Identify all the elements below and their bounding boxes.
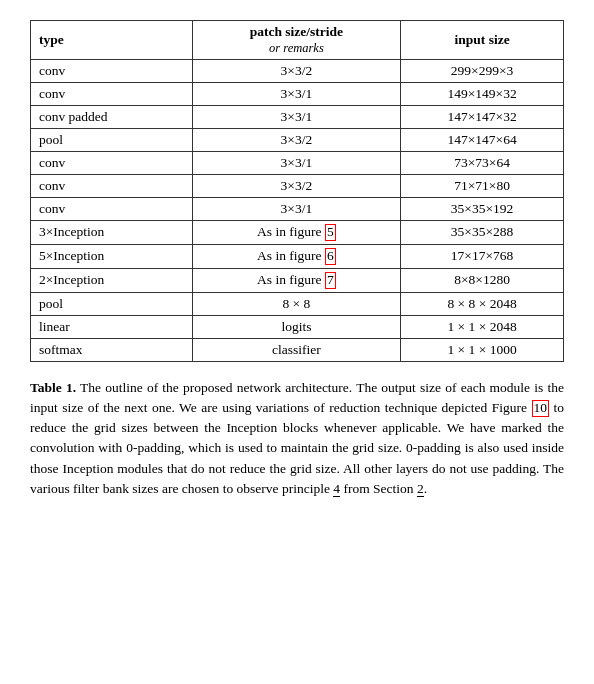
caption-text1: The outline of the proposed network arch… xyxy=(30,380,564,415)
cell-patch: 3×3/1 xyxy=(192,83,400,106)
patch-header-main: patch size/stride xyxy=(250,24,343,39)
cell-input: 35×35×288 xyxy=(401,221,564,245)
cell-patch: As in figure 6 xyxy=(192,244,400,268)
cell-patch: 3×3/2 xyxy=(192,60,400,83)
patch-header-sub: or remarks xyxy=(269,41,324,55)
col-header-type: type xyxy=(31,21,193,60)
figure-ref: 7 xyxy=(325,272,336,289)
cell-patch: As in figure 7 xyxy=(192,268,400,292)
cell-input: 299×299×3 xyxy=(401,60,564,83)
figure-ref: 5 xyxy=(325,224,336,241)
caption-text3: from Section xyxy=(340,481,417,496)
cell-input: 149×149×32 xyxy=(401,83,564,106)
cell-type: conv xyxy=(31,175,193,198)
table-row: 3×InceptionAs in figure 535×35×288 xyxy=(31,221,564,245)
cell-type: pool xyxy=(31,129,193,152)
caption-ref-10: 10 xyxy=(532,400,550,417)
cell-type: 2×Inception xyxy=(31,268,193,292)
cell-patch: As in figure 5 xyxy=(192,221,400,245)
table-row: pool3×3/2147×147×64 xyxy=(31,129,564,152)
cell-type: softmax xyxy=(31,338,193,361)
cell-input: 73×73×64 xyxy=(401,152,564,175)
cell-type: linear xyxy=(31,315,193,338)
cell-type: conv xyxy=(31,60,193,83)
caption-title: Table 1. xyxy=(30,380,76,395)
cell-patch: 3×3/1 xyxy=(192,198,400,221)
cell-type: conv xyxy=(31,198,193,221)
table-caption: Table 1. The outline of the proposed net… xyxy=(30,378,564,500)
cell-input: 8×8×1280 xyxy=(401,268,564,292)
table-row: 5×InceptionAs in figure 617×17×768 xyxy=(31,244,564,268)
cell-type: conv xyxy=(31,83,193,106)
cell-type: 5×Inception xyxy=(31,244,193,268)
cell-type: conv padded xyxy=(31,106,193,129)
cell-input: 17×17×768 xyxy=(401,244,564,268)
cell-patch: 3×3/2 xyxy=(192,129,400,152)
table-row: 2×InceptionAs in figure 78×8×1280 xyxy=(31,268,564,292)
caption-ref-2: 2 xyxy=(417,481,424,497)
cell-input: 35×35×192 xyxy=(401,198,564,221)
cell-type: conv xyxy=(31,152,193,175)
architecture-table: type patch size/stride or remarks input … xyxy=(30,20,564,362)
table-row: conv3×3/2299×299×3 xyxy=(31,60,564,83)
table-row: conv3×3/271×71×80 xyxy=(31,175,564,198)
table-row: linearlogits1 × 1 × 2048 xyxy=(31,315,564,338)
caption-text4: . xyxy=(424,481,427,496)
table-row: conv padded3×3/1147×147×32 xyxy=(31,106,564,129)
cell-type: pool xyxy=(31,292,193,315)
cell-input: 1 × 1 × 1000 xyxy=(401,338,564,361)
table-row: conv3×3/173×73×64 xyxy=(31,152,564,175)
cell-patch: 3×3/2 xyxy=(192,175,400,198)
col-header-input: input size xyxy=(401,21,564,60)
cell-input: 147×147×64 xyxy=(401,129,564,152)
table-row: softmaxclassifier1 × 1 × 1000 xyxy=(31,338,564,361)
cell-input: 1 × 1 × 2048 xyxy=(401,315,564,338)
cell-patch: 3×3/1 xyxy=(192,106,400,129)
cell-type: 3×Inception xyxy=(31,221,193,245)
cell-input: 147×147×32 xyxy=(401,106,564,129)
figure-ref: 6 xyxy=(325,248,336,265)
table-row: conv3×3/135×35×192 xyxy=(31,198,564,221)
cell-input: 8 × 8 × 2048 xyxy=(401,292,564,315)
cell-input: 71×71×80 xyxy=(401,175,564,198)
table-row: pool8 × 88 × 8 × 2048 xyxy=(31,292,564,315)
table-row: conv3×3/1149×149×32 xyxy=(31,83,564,106)
cell-patch: 3×3/1 xyxy=(192,152,400,175)
architecture-table-container: type patch size/stride or remarks input … xyxy=(30,20,564,362)
cell-patch: classifier xyxy=(192,338,400,361)
cell-patch: 8 × 8 xyxy=(192,292,400,315)
cell-patch: logits xyxy=(192,315,400,338)
col-header-patch: patch size/stride or remarks xyxy=(192,21,400,60)
